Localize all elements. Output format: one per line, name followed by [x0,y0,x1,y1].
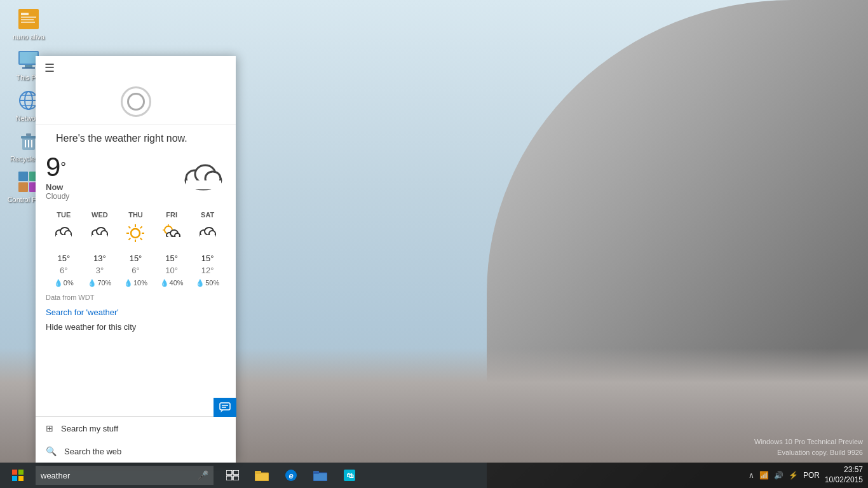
volume-icon[interactable]: 🔊 [774,471,783,480]
search-weather-link[interactable]: Search for 'weather' [46,308,226,317]
svg-rect-76 [255,471,261,474]
chevron-up-icon[interactable]: ∧ [749,471,754,480]
taskbar-tray: ∧ 📶 🔊 ⚡ POR 23:57 10/02/2015 [749,465,868,485]
task-view-button[interactable] [219,463,247,488]
low-1: 3° [82,266,118,275]
svg-text:e: e [288,471,293,480]
forecast-day-3: FRI [154,211,190,219]
svg-rect-70 [226,470,232,475]
clock-date: 10/02/2015 [825,475,863,485]
language-indicator[interactable]: POR [803,471,820,480]
nuno-label: nuno aliva [13,33,44,41]
cortana-circle-inner [127,93,145,111]
svg-rect-61 [200,235,215,239]
start-button[interactable] [0,463,36,488]
current-temp: 9° [46,152,181,182]
forecast-icon-3 [154,222,190,248]
forecast-day-2: THU [118,211,154,219]
folder-app[interactable] [306,463,334,488]
svg-rect-33 [56,235,71,239]
svg-rect-66 [12,470,17,475]
search-my-stuff-option[interactable]: ⊞ Search my stuff [36,417,236,440]
power-icon[interactable]: ⚡ [789,471,798,480]
svg-rect-72 [226,476,232,480]
feedback-button[interactable] [214,398,236,417]
taskbar-search-input[interactable] [41,471,198,480]
precip-1: 💧70% [82,279,118,287]
hide-weather-button[interactable]: Hide weather for this city [46,322,226,332]
precip-0: 💧0% [46,279,82,287]
taskbar-search-bar[interactable]: 🎤 [36,466,214,485]
forecast-precip-row: 💧0% 💧70% 💧10% 💧40% 💧50% [46,279,226,287]
forecast-day-1: WED [82,211,118,219]
svg-rect-28 [186,180,221,189]
low-3: 10° [154,266,190,275]
windows-logo-icon: ⊞ [46,423,53,433]
clock-time: 23:57 [825,465,863,475]
temp-value: 9 [46,152,60,182]
data-source-label: Data from WDT [46,294,226,301]
search-icon: 🔍 [46,446,57,456]
svg-rect-4 [21,22,35,23]
svg-rect-1 [21,13,29,15]
forecast-day-0: TUE [46,211,82,219]
svg-rect-16 [26,133,31,136]
current-weather-text: 9° Now Cloudy [46,152,181,201]
system-clock[interactable]: 23:57 10/02/2015 [825,465,863,485]
high-2: 15° [118,254,154,263]
cortana-header [36,75,236,125]
desktop-icon-nuno[interactable]: nuno aliva [6,6,51,41]
svg-rect-2 [21,17,36,18]
taskbar-apps: e 🛍 [219,463,363,488]
high-0: 15° [46,254,82,263]
svg-point-39 [131,229,140,238]
system-watermark: Windows 10 Pro Technical Preview Evaluat… [754,437,863,458]
search-web-option[interactable]: 🔍 Search the web [36,440,236,463]
forecast-icons-row [46,222,226,248]
low-2: 6° [118,266,154,275]
svg-rect-22 [18,182,28,192]
precip-2: 💧10% [118,279,154,287]
temp-unit: ° [60,159,66,175]
current-condition: Cloudy [46,192,181,201]
svg-rect-67 [18,470,24,475]
forecast-icon-2 [118,222,154,248]
svg-line-46 [140,226,142,228]
forecast-header: TUE WED THU FRI SAT [46,211,226,219]
svg-rect-3 [21,19,34,20]
search-web-label: Search the web [64,447,121,456]
weather-greeting: Here's the weather right now. [56,133,215,144]
hamburger-menu[interactable]: ☰ [44,61,55,75]
forecast-icon-4 [189,222,226,248]
svg-rect-56 [164,237,180,241]
precip-3: 💧40% [154,279,190,287]
network-tray-icon[interactable]: 📶 [759,471,769,480]
edge-browser-app[interactable]: e [277,463,305,488]
svg-rect-8 [22,67,35,69]
panel-footer: ⊞ Search my stuff 🔍 Search the web [36,416,236,463]
svg-rect-73 [233,476,239,480]
low-0: 6° [46,266,82,275]
low-4: 12° [189,266,226,275]
svg-rect-20 [18,172,28,181]
high-4: 15° [189,254,226,263]
svg-line-44 [129,226,131,228]
forecast-high-row: 15° 13° 15° 15° 15° [46,254,226,263]
forecast-low-row: 6° 3° 6° 10° 12° [46,266,226,275]
watermark-line2: Evaluation copy. Build 9926 [754,447,863,458]
store-app[interactable]: 🛍 [336,463,363,488]
high-1: 13° [82,254,118,263]
precip-4: 💧50% [189,279,226,287]
current-weather-icon [181,156,226,196]
svg-rect-38 [92,235,107,239]
forecast-icon-0 [46,222,82,248]
svg-rect-7 [25,65,32,67]
current-label: Now [46,182,181,192]
microphone-icon[interactable]: 🎤 [198,470,208,480]
file-explorer-app[interactable] [248,463,276,488]
svg-line-45 [140,238,142,240]
forecast-day-4: SAT [189,211,226,219]
svg-rect-68 [12,476,17,481]
svg-rect-71 [233,470,239,475]
svg-text:🛍: 🛍 [346,471,354,479]
